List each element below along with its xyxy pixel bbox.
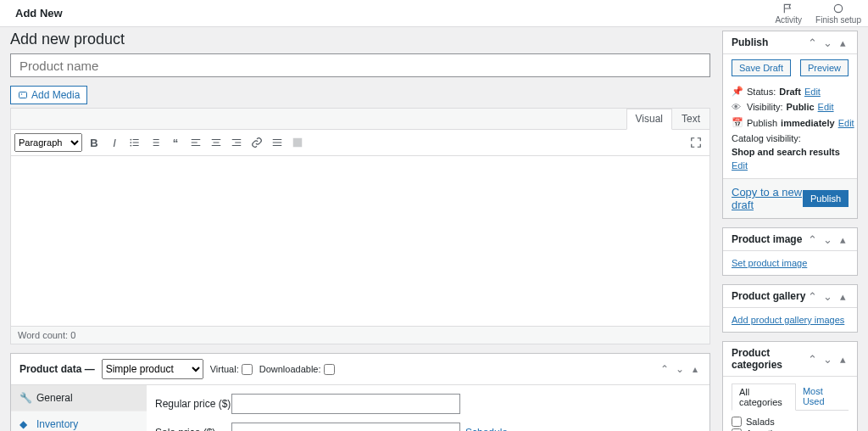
format-select[interactable]: Paragraph — [14, 133, 82, 152]
panel-down-icon[interactable]: ⌄ — [674, 363, 686, 375]
word-count-value: 0 — [70, 330, 75, 340]
editor-tab-text[interactable]: Text — [672, 109, 709, 129]
add-media-label: Add Media — [31, 89, 80, 101]
toolbar-toggle-button[interactable] — [289, 134, 306, 151]
svg-point-0 — [834, 4, 842, 12]
category-item[interactable]: Salads — [732, 416, 849, 428]
panel-up-icon[interactable]: ⌃ — [806, 36, 818, 48]
align-center-button[interactable] — [208, 134, 225, 151]
flag-icon — [782, 3, 794, 14]
wrench-icon: 🔧 — [19, 392, 31, 404]
publish-title: Publish — [732, 36, 768, 48]
schedule-link[interactable]: Schedule — [465, 427, 508, 431]
virtual-checkbox-wrap[interactable]: Virtual: — [210, 364, 253, 375]
category-item[interactable]: Appetizers — [732, 428, 849, 431]
edit-publish-link[interactable]: Edit — [838, 118, 854, 128]
fullscreen-button[interactable] — [687, 134, 704, 151]
pin-icon: 📌 — [732, 86, 743, 97]
regular-price-input[interactable] — [231, 394, 460, 414]
align-right-button[interactable] — [228, 134, 245, 151]
save-draft-button[interactable]: Save Draft — [732, 59, 791, 76]
add-media-button[interactable]: Add Media — [10, 86, 87, 104]
category-checkbox[interactable] — [732, 417, 742, 427]
calendar-icon: 📅 — [732, 117, 743, 128]
finish-setup-label: Finish setup — [815, 15, 861, 25]
copy-draft-link[interactable]: Copy to a new draft — [732, 186, 803, 211]
panel-toggle-icon[interactable]: ▴ — [837, 290, 849, 302]
word-count-label: Word count: — [18, 330, 68, 340]
panel-up-icon[interactable]: ⌃ — [806, 233, 818, 245]
set-product-image-link[interactable]: Set product image — [732, 258, 807, 268]
circle-icon — [832, 3, 844, 14]
panel-up-icon[interactable]: ⌃ — [659, 363, 670, 375]
cat-tab-all[interactable]: All categories — [732, 383, 796, 411]
activity-label: Activity — [775, 15, 802, 25]
sale-price-label: Sale price ($) — [155, 427, 231, 431]
activity-button[interactable]: Activity — [775, 3, 802, 25]
panel-down-icon[interactable]: ⌄ — [821, 36, 833, 48]
cat-tab-most[interactable]: Most Used — [796, 383, 849, 410]
panel-toggle-icon[interactable]: ▴ — [689, 363, 701, 375]
svg-point-5 — [130, 145, 131, 147]
svg-point-2 — [21, 93, 23, 95]
topbar-title: Add New — [7, 7, 63, 20]
product-image-title: Product image — [732, 233, 802, 245]
panel-down-icon[interactable]: ⌄ — [821, 233, 833, 245]
svg-rect-6 — [293, 138, 303, 148]
editor-content-area[interactable] — [11, 156, 709, 326]
panel-toggle-icon[interactable]: ▴ — [837, 353, 849, 365]
downloadable-checkbox-wrap[interactable]: Downloadable: — [259, 364, 335, 375]
pd-tab-inventory[interactable]: ◆Inventory — [11, 411, 147, 431]
finish-setup-button[interactable]: Finish setup — [815, 3, 861, 25]
eye-icon: 👁 — [732, 102, 743, 112]
category-label: Salads — [746, 417, 775, 427]
product-gallery-title: Product gallery — [732, 290, 805, 302]
product-data-label: Product data — — [19, 363, 95, 375]
link-button[interactable] — [248, 134, 265, 151]
align-left-button[interactable] — [187, 134, 204, 151]
publish-button[interactable]: Publish — [803, 190, 849, 207]
edit-status-link[interactable]: Edit — [804, 87, 821, 97]
bold-button[interactable]: B — [86, 134, 103, 151]
panel-down-icon[interactable]: ⌄ — [821, 353, 833, 365]
pd-tab-general[interactable]: 🔧General — [11, 385, 147, 411]
quote-button[interactable]: “ — [167, 134, 184, 151]
regular-price-label: Regular price ($) — [155, 398, 231, 410]
editor-tab-visual[interactable]: Visual — [626, 109, 672, 130]
add-gallery-images-link[interactable]: Add product gallery images — [732, 315, 844, 325]
page-heading: Add new product — [10, 31, 710, 48]
preview-button[interactable]: Preview — [800, 59, 849, 76]
bullet-list-button[interactable] — [126, 134, 143, 151]
numbered-list-button[interactable] — [147, 134, 164, 151]
more-button[interactable] — [269, 134, 286, 151]
categories-title: Product categories — [732, 347, 806, 371]
product-name-input[interactable] — [10, 53, 710, 77]
panel-toggle-icon[interactable]: ▴ — [837, 233, 849, 245]
panel-down-icon[interactable]: ⌄ — [821, 290, 833, 302]
panel-toggle-icon[interactable]: ▴ — [837, 36, 849, 48]
inventory-icon: ◆ — [19, 418, 31, 430]
edit-catalog-link[interactable]: Edit — [732, 160, 748, 171]
svg-point-4 — [130, 142, 131, 143]
media-icon — [18, 90, 28, 100]
italic-button[interactable]: I — [106, 134, 123, 151]
panel-up-icon[interactable]: ⌃ — [806, 353, 818, 365]
sale-price-input[interactable] — [231, 423, 460, 431]
svg-rect-1 — [19, 92, 27, 98]
svg-point-3 — [130, 139, 131, 141]
product-type-select[interactable]: Simple product — [102, 359, 203, 379]
edit-visibility-link[interactable]: Edit — [818, 102, 834, 112]
panel-up-icon[interactable]: ⌃ — [806, 290, 818, 302]
